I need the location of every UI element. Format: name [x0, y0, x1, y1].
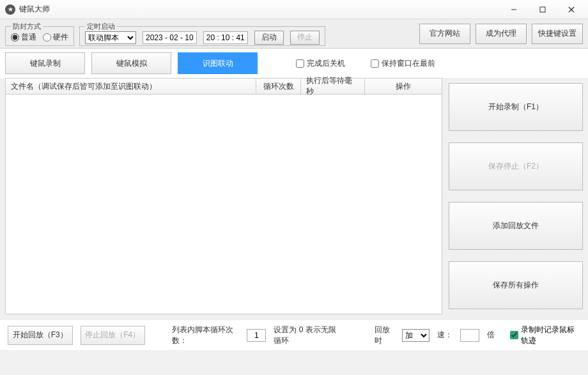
timer-group: 定时启动 联动脚本 2023 - 02 - 10 20 : 10 : 41 启动… — [79, 22, 325, 46]
antiban-legend: 防封方式 — [11, 22, 43, 31]
official-site-button[interactable]: 官方网站 — [419, 24, 470, 44]
loop-hint: 设置为 0 表示无限循环 — [274, 325, 342, 346]
speed-mode-select[interactable]: 加 — [402, 329, 429, 342]
topmost-checkbox[interactable]: 保持窗口在最前 — [371, 58, 435, 69]
close-button[interactable] — [557, 1, 585, 19]
tab-toolbar: 键鼠录制 键鼠模拟 识图联动 完成后关机 保持窗口在最前 — [0, 49, 588, 78]
tab-simulate[interactable]: 键鼠模拟 — [91, 52, 171, 74]
antiban-group: 防封方式 普通 硬件 — [5, 22, 74, 46]
add-playback-button[interactable]: 添加回放文件 — [449, 202, 583, 250]
col-filename[interactable]: 文件名（调试保存后皆可添加至识图联动） — [6, 79, 256, 94]
tab-vision[interactable]: 识图联动 — [178, 52, 258, 74]
loop-count-input[interactable] — [247, 329, 266, 342]
stop-playback-button[interactable]: 停止回放（F4） — [81, 326, 146, 345]
col-wait[interactable]: 执行后等待毫秒 — [301, 79, 365, 94]
main-area: 文件名（调试保存后皆可添加至识图联动） 循环次数 执行后等待毫秒 操作 开始录制… — [0, 78, 588, 319]
save-all-button[interactable]: 保存所有操作 — [449, 261, 583, 309]
side-buttons: 开始录制（F1） 保存停止（F2） 添加回放文件 保存所有操作 — [449, 78, 583, 314]
timer-start-button[interactable]: 启动 — [254, 31, 284, 45]
start-playback-button[interactable]: 开始回放（F3） — [8, 326, 73, 345]
antiban-hardware[interactable]: 硬件 — [43, 32, 68, 43]
antiban-normal[interactable]: 普通 — [11, 32, 36, 43]
window-title: 键鼠大师 — [19, 4, 499, 15]
speed-label2: 速： — [437, 330, 453, 341]
antiban-normal-radio[interactable] — [11, 33, 19, 42]
start-record-button[interactable]: 开始录制（F1） — [449, 83, 583, 131]
col-action[interactable]: 操作 — [365, 79, 442, 94]
speed-unit: 倍 — [487, 330, 495, 341]
shutdown-checkbox[interactable]: 完成后关机 — [296, 58, 345, 69]
become-agent-button[interactable]: 成为代理 — [476, 24, 527, 44]
script-select[interactable]: 联动脚本 — [85, 31, 136, 44]
top-toolbar: 防封方式 普通 硬件 定时启动 联动脚本 2023 - 02 - 10 20 :… — [0, 19, 588, 49]
timer-stop-button[interactable]: 停止 — [290, 31, 320, 45]
track-mouse-checkbox[interactable]: 录制时记录鼠标轨迹 — [510, 325, 580, 346]
svg-rect-1 — [540, 7, 545, 12]
app-icon — [5, 4, 15, 15]
loop-label: 列表内脚本循环次数： — [172, 325, 240, 346]
minimize-button[interactable] — [499, 1, 528, 19]
antiban-hardware-radio[interactable] — [43, 33, 51, 42]
table-body[interactable] — [5, 95, 442, 314]
time-field[interactable]: 20 : 10 : 41 — [203, 31, 248, 44]
speed-value-input[interactable] — [460, 329, 479, 342]
save-stop-button[interactable]: 保存停止（F2） — [449, 142, 583, 190]
hotkey-settings-button[interactable]: 快捷键设置 — [532, 24, 583, 44]
date-field[interactable]: 2023 - 02 - 10 — [143, 31, 197, 44]
footer-bar: 开始回放（F3） 停止回放（F4） 列表内脚本循环次数： 设置为 0 表示无限循… — [0, 319, 588, 350]
file-list-panel: 文件名（调试保存后皆可添加至识图联动） 循环次数 执行后等待毫秒 操作 — [5, 78, 442, 314]
tab-record[interactable]: 键鼠录制 — [5, 52, 85, 74]
speed-label: 回放时 — [375, 325, 395, 346]
timer-legend: 定时启动 — [85, 22, 117, 31]
table-header: 文件名（调试保存后皆可添加至识图联动） 循环次数 执行后等待毫秒 操作 — [5, 78, 442, 95]
title-bar: 键鼠大师 — [0, 0, 588, 19]
maximize-button[interactable] — [528, 1, 557, 19]
col-loop[interactable]: 循环次数 — [256, 79, 301, 94]
